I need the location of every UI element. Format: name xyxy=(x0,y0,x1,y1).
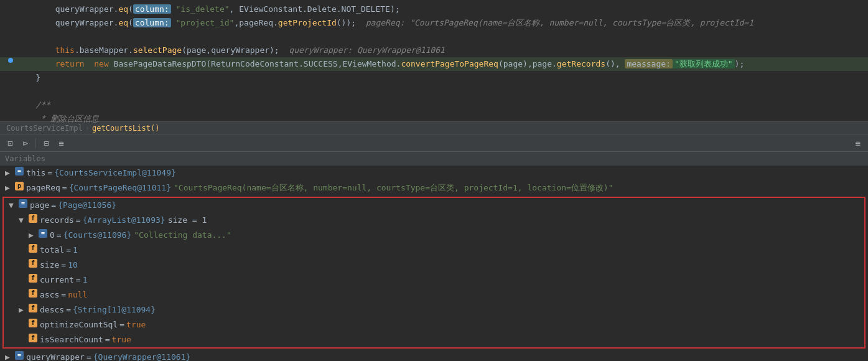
code-content-4: this.baseMapper.selectPage(page,queryWra… xyxy=(16,44,868,57)
expand-this[interactable]: ▶ xyxy=(5,167,12,179)
var-row-pageReq[interactable]: ▶ p pageReq = {CourtsPageReq@11011} "Cou… xyxy=(0,180,868,195)
expand-page[interactable]: ▼ xyxy=(9,199,16,212)
var-name-records: records xyxy=(40,214,74,227)
var-row-queryWrapper[interactable]: ▶ = queryWrapper = {QueryWrapper@11061} xyxy=(0,350,868,361)
var-eq-pageReq: = xyxy=(62,182,67,194)
code-line-8[interactable]: /** xyxy=(0,98,868,112)
icon-optimizeCountSql: f xyxy=(29,319,37,327)
code-line-2[interactable]: queryWrapper.eq(column: "project_id",pag… xyxy=(0,16,868,30)
var-eq-descs: = xyxy=(66,304,71,316)
var-eq-isSearchCount: = xyxy=(105,334,110,346)
var-name-queryWrapper: queryWrapper xyxy=(26,351,85,361)
var-name-descs: descs xyxy=(40,304,64,316)
icon-total: f xyxy=(29,244,37,253)
var-val-size: 10 xyxy=(68,259,78,271)
icon-records: f xyxy=(29,214,37,223)
var-row-current[interactable]: f current = 1 xyxy=(4,273,864,288)
debug-icon-filter[interactable]: ⊳ xyxy=(20,137,30,149)
var-eq-queryWrapper: = xyxy=(86,351,91,361)
var-eq-record-0: = xyxy=(57,229,62,241)
var-val-records-size: size = 1 xyxy=(168,214,207,227)
var-eq-optimizeCountSql: = xyxy=(119,319,124,331)
code-line-1[interactable]: queryWrapper.eq(column: "is_delete", EVi… xyxy=(0,2,868,16)
var-row-this[interactable]: ▶ = this = {CourtsServiceImpl@11049} xyxy=(0,166,868,180)
expand-pageReq[interactable]: ▶ xyxy=(5,182,12,194)
var-name-pageReq: pageReq xyxy=(26,182,60,194)
code-line-6[interactable]: } xyxy=(0,71,868,85)
breakpoint-dot xyxy=(8,58,13,63)
var-row-descs[interactable]: ▶ f descs = {String[1]@11094} xyxy=(4,302,864,317)
code-content-6: } xyxy=(16,72,868,84)
var-row-ascs[interactable]: f ascs = null xyxy=(4,288,864,302)
var-row-page[interactable]: ▼ = page = {Page@11056} xyxy=(4,198,864,213)
var-row-isSearchCount[interactable]: f isSearchCount = true xyxy=(4,332,864,347)
var-val-descs: {String[1]@11094} xyxy=(73,304,156,316)
var-val-record-0-string: "Collecting data..." xyxy=(134,229,231,241)
icon-queryWrapper: = xyxy=(15,351,24,360)
code-line-5[interactable]: return new BasePageDataRespDTO(ReturnCod… xyxy=(0,57,868,71)
icon-descs: f xyxy=(29,304,37,312)
code-content-blank xyxy=(16,30,868,43)
code-content-blank2 xyxy=(16,85,868,98)
variables-list[interactable]: ▶ = this = {CourtsServiceImpl@11049} ▶ p… xyxy=(0,166,868,361)
var-val-pageReq-string: "CourtsPageReq(name=台区名称, number=null, c… xyxy=(174,182,614,194)
icon-pageReq: p xyxy=(15,182,24,190)
var-val-current: 1 xyxy=(83,274,88,286)
icon-ascs: f xyxy=(29,289,37,298)
var-row-size[interactable]: f size = 10 xyxy=(4,258,864,273)
var-val-records: {ArrayList@11093} xyxy=(83,214,166,227)
icon-this: = xyxy=(15,167,24,176)
var-row-total[interactable]: f total = 1 xyxy=(4,243,864,258)
expand-descs[interactable]: ▶ xyxy=(19,304,26,316)
var-eq-this: = xyxy=(47,167,52,179)
expand-queryWrapper[interactable]: ▶ xyxy=(5,351,12,361)
code-editor: queryWrapper.eq(column: "is_delete", EVi… xyxy=(0,0,868,121)
var-row-records[interactable]: ▼ f records = {ArrayList@11093} size = 1 xyxy=(4,213,864,228)
icon-size: f xyxy=(29,259,37,268)
icon-current: f xyxy=(29,274,37,283)
var-eq-records: = xyxy=(76,214,81,227)
code-line-blank2 xyxy=(0,85,868,98)
var-name-ascs: ascs xyxy=(40,289,59,301)
debug-icon-menu[interactable]: ≡ xyxy=(853,137,863,149)
var-val-pageReq: {CourtsPageReq@11011} xyxy=(69,182,171,194)
var-eq-size: = xyxy=(61,259,66,271)
debug-icon-settings[interactable]: ⊟ xyxy=(41,137,51,149)
var-val-record-0: {Courts@11096} xyxy=(63,229,132,241)
var-name-optimizeCountSql: optimizeCountSql xyxy=(40,319,118,331)
expand-records[interactable]: ▼ xyxy=(19,214,26,227)
code-content-2: queryWrapper.eq(column: "project_id",pag… xyxy=(16,17,868,29)
code-line-9[interactable]: * 删除台区信息 xyxy=(0,112,868,126)
debug-icon-step[interactable]: ⊡ xyxy=(5,137,15,149)
variables-label: Variables xyxy=(5,154,45,163)
var-name-current: current xyxy=(40,274,74,286)
var-val-this: {CourtsServiceImpl@11049} xyxy=(54,167,176,179)
debug-section: ⊡ ⊳ ⊟ ≡ ≡ Variables ▶ = this = {CourtsSe… xyxy=(0,135,868,361)
code-line-blank xyxy=(0,30,868,44)
debug-toolbar: ⊡ ⊳ ⊟ ≡ ≡ xyxy=(0,135,868,152)
toolbar-separator xyxy=(35,138,36,148)
main-container: queryWrapper.eq(column: "is_delete", EVi… xyxy=(0,0,868,361)
var-name-page: page xyxy=(30,199,49,212)
var-eq-ascs: = xyxy=(61,289,66,301)
var-eq-page: = xyxy=(51,199,56,212)
var-row-record-0[interactable]: ▶ = 0 = {Courts@11096} "Collecting data.… xyxy=(4,228,864,243)
code-content-8: /** xyxy=(16,99,868,111)
var-name-this: this xyxy=(26,167,45,179)
var-val-isSearchCount: true xyxy=(112,334,131,346)
code-line-4[interactable]: this.baseMapper.selectPage(page,queryWra… xyxy=(0,44,868,57)
var-eq-current: = xyxy=(76,274,81,286)
var-name-total: total xyxy=(40,244,64,256)
debug-icon-list[interactable]: ≡ xyxy=(56,137,66,149)
var-row-optimizeCountSql[interactable]: f optimizeCountSql = true xyxy=(4,317,864,332)
icon-record-0: = xyxy=(39,229,47,238)
line-indicator-5 xyxy=(5,58,16,63)
icon-page: = xyxy=(19,199,27,208)
variables-header: Variables xyxy=(0,152,868,166)
var-val-page: {Page@11056} xyxy=(58,199,116,212)
var-name-isSearchCount: isSearchCount xyxy=(40,334,103,346)
code-content-5: return new BasePageDataRespDTO(ReturnCod… xyxy=(16,58,868,70)
var-name-record-0: 0 xyxy=(50,229,55,241)
expand-record-0[interactable]: ▶ xyxy=(29,229,36,241)
var-val-queryWrapper: {QueryWrapper@11061} xyxy=(93,351,191,361)
